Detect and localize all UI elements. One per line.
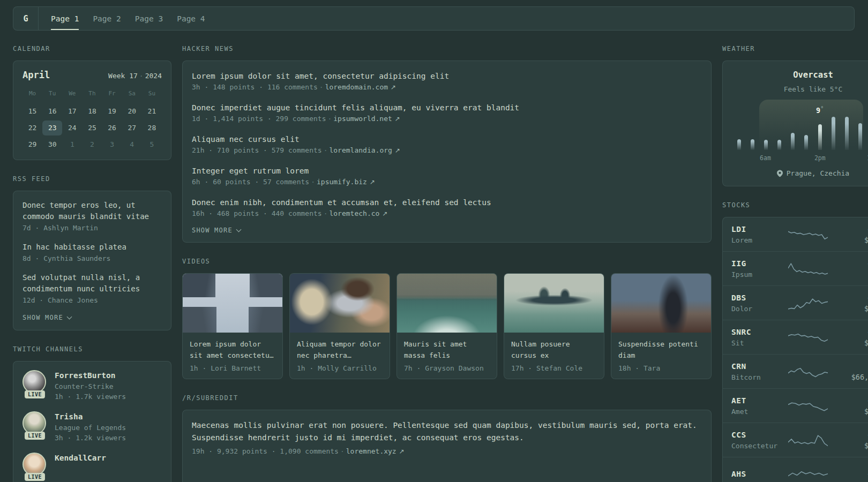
rss-item-title[interactable]: Donec tempor eros leo, ut commodo mauris… (23, 200, 162, 222)
calendar-day: 25 (82, 120, 102, 135)
reddit-post-meta: 19h · 9,932 points · 1,090 comments·lore… (192, 446, 702, 457)
nav-tabs: Page 1 Page 2 Page 3 Page 4 (44, 7, 212, 30)
stock-row[interactable]: AET Amet +0.92% $499.72 (723, 389, 868, 423)
show-more-label: SHOW MORE (192, 227, 233, 234)
tab-page-4[interactable]: Page 4 (177, 7, 205, 30)
calendar-week-year: Week 17·2024 (108, 72, 162, 80)
video-card[interactable]: Aliquam tempor dolor nec pharetra… 1h · … (289, 273, 390, 379)
video-body: Aliquam tempor dolor nec pharetra… 1h · … (290, 333, 390, 379)
calendar-weekday: Su (142, 88, 162, 100)
rss-item-meta: 8d · Cynthia Saunders (23, 253, 162, 263)
hn-story-title[interactable]: Aliquam nec cursus elit (192, 133, 702, 145)
video-thumbnail[interactable] (183, 274, 282, 333)
show-more-button[interactable]: SHOW MORE (23, 314, 162, 321)
video-thumbnail[interactable] (397, 274, 497, 333)
video-title[interactable]: Mauris sit amet massa felis (404, 338, 490, 361)
dot-separator: · (340, 447, 345, 455)
hn-story-title[interactable]: Donec imperdiet augue tincidunt felis al… (192, 102, 702, 114)
rss-item-title[interactable]: In hac habitasse platea (23, 242, 162, 253)
rss-item[interactable]: Donec tempor eros leo, ut commodo mauris… (23, 200, 162, 233)
stock-row[interactable]: IIG Ipsum +2.84% $42.04 (723, 252, 868, 286)
weather-bar (845, 117, 849, 150)
twitch-channel-name[interactable]: Trisha (55, 411, 126, 423)
video-card[interactable]: Lorem ipsum dolor sit amet consectetu… 1… (182, 273, 283, 379)
tab-page-3[interactable]: Page 3 (135, 7, 163, 30)
external-link-icon: ↗ (370, 178, 375, 186)
stock-price: $148.64 (864, 338, 868, 348)
twitch-channel-game[interactable]: League of Legends (55, 423, 126, 433)
twitch-channel-game[interactable]: Counter-Strike (55, 381, 126, 391)
hn-story-meta: 21h · 710 points · 579 comments·loremlan… (192, 145, 702, 156)
twitch-channel[interactable]: LIVE ForrestBurton Counter-Strike 1h · 1… (23, 370, 162, 402)
stock-name: Lorem (731, 235, 784, 245)
stock-values: +1.42% $156.28 (864, 292, 868, 314)
reddit-post-domain[interactable]: loremnet.xyz (346, 447, 396, 455)
external-link-icon: ↗ (382, 210, 387, 217)
video-title[interactable]: Nullam posuere cursus ex (511, 338, 597, 361)
subreddit-card: Maecenas mollis pulvinar erat non posuer… (182, 410, 712, 482)
twitch-channel-name[interactable]: KendallCarr (55, 453, 106, 464)
stock-ticker: CCS (731, 430, 784, 441)
twitch-channel[interactable]: LIVE Trisha League of Legends 3h · 1.2k … (23, 411, 162, 443)
hn-story-title[interactable]: Integer eget rutrum lorem (192, 165, 702, 177)
hn-story[interactable]: Donec imperdiet augue tincidunt felis al… (192, 102, 702, 124)
show-more-button[interactable]: SHOW MORE (192, 227, 702, 234)
tab-page-2[interactable]: Page 2 (93, 7, 121, 30)
rss-item-meta: 12d · Chance Jones (23, 295, 162, 305)
hn-story-domain[interactable]: loremtech.co (329, 209, 379, 217)
hn-story[interactable]: Aliquam nec cursus elit 21h · 710 points… (192, 133, 702, 156)
logo[interactable]: G (13, 7, 39, 30)
stock-sparkline (788, 295, 828, 311)
hn-story-domain[interactable]: ipsumworld.net (333, 115, 392, 123)
dot-separator: · (139, 72, 144, 80)
video-meta: 1h · Lori Barnett (190, 364, 275, 372)
weather-location-label: Prague, Czechia (787, 169, 849, 177)
hn-story[interactable]: Integer eget rutrum lorem 6h · 60 points… (192, 165, 702, 187)
weather-bar-highlighted (818, 124, 822, 150)
twitch-widget: TWITCH CHANNELS LIVE ForrestBurton Count… (13, 345, 171, 482)
hn-story-domain[interactable]: loremlandia.org (329, 146, 392, 154)
hn-story-title[interactable]: Donec enim nibh, condimentum et accumsan… (192, 197, 702, 208)
stock-row[interactable]: DBS Dolor +1.42% $156.28 (723, 286, 868, 320)
weather-bar (832, 117, 835, 150)
calendar-day: 3 (102, 137, 122, 152)
video-title[interactable]: Aliquam tempor dolor nec pharetra… (297, 338, 383, 361)
reddit-post[interactable]: Maecenas mollis pulvinar erat non posuer… (192, 419, 702, 457)
weather-location[interactable]: Prague, Czechia (731, 169, 868, 177)
hn-story-title[interactable]: Lorem ipsum dolor sit amet, consectetur … (192, 70, 702, 82)
hn-story[interactable]: Lorem ipsum dolor sit amet, consectetur … (192, 70, 702, 93)
stock-row[interactable]: CRN Bitcorn -1.00% $66,171.48 (723, 355, 868, 389)
left-column: CALENDAR April Week 17·2024 MoTuWeThFrSa… (13, 31, 171, 482)
rss-section-title: RSS FEED (13, 175, 171, 183)
calendar-weekday: Mo (23, 88, 42, 100)
video-thumbnail[interactable] (611, 274, 711, 333)
rss-item[interactable]: In hac habitasse platea 8d · Cynthia Sau… (23, 242, 162, 263)
rss-item[interactable]: Sed volutpat nulla nisl, a condimentum n… (23, 272, 162, 305)
stock-row[interactable]: AHS +0.46% (723, 457, 868, 482)
middle-column: HACKER NEWS Lorem ipsum dolor sit amet, … (182, 31, 712, 482)
video-card[interactable]: Mauris sit amet massa felis 7h · Grayson… (396, 273, 497, 379)
video-title[interactable]: Lorem ipsum dolor sit amet consectetu… (190, 338, 275, 361)
rss-item-title[interactable]: Sed volutpat nulla nisl, a condimentum n… (23, 272, 162, 295)
twitch-section-title: TWITCH CHANNELS (13, 345, 171, 353)
stock-row[interactable]: SNRC Sit +1.36% $148.64 (723, 320, 868, 355)
hn-story-domain[interactable]: loremdomain.com (325, 83, 388, 91)
video-thumbnail[interactable] (504, 274, 604, 333)
video-card[interactable]: Suspendisse potenti diam 18h · Tara (611, 273, 712, 379)
video-card[interactable]: Nullam posuere cursus ex 17h · Stefan Co… (504, 273, 604, 379)
stock-ticker: CRN (731, 361, 784, 372)
hn-story-domain[interactable]: ipsumify.biz (317, 178, 367, 186)
reddit-post-title[interactable]: Maecenas mollis pulvinar erat non posuer… (192, 419, 702, 444)
video-title[interactable]: Suspendisse potenti diam (618, 338, 704, 361)
video-thumbnail[interactable] (290, 274, 390, 333)
weather-widget: WEATHER Overcast Feels like 5°C 9° 6am 2… (722, 45, 868, 186)
hn-story[interactable]: Donec enim nibh, condimentum et accumsan… (192, 197, 702, 219)
calendar-day: 1 (62, 137, 82, 152)
tab-page-1[interactable]: Page 1 (51, 7, 79, 30)
weather-bar-column (786, 133, 799, 150)
weather-bar-column (746, 139, 759, 150)
stock-row[interactable]: CCS Consectetur +0.51% $165.84 (723, 423, 868, 457)
twitch-channel[interactable]: LIVE KendallCarr (23, 453, 162, 477)
twitch-channel-name[interactable]: ForrestBurton (55, 370, 126, 381)
stock-row[interactable]: LDI Lorem +4.35% $795.18 (723, 217, 868, 252)
